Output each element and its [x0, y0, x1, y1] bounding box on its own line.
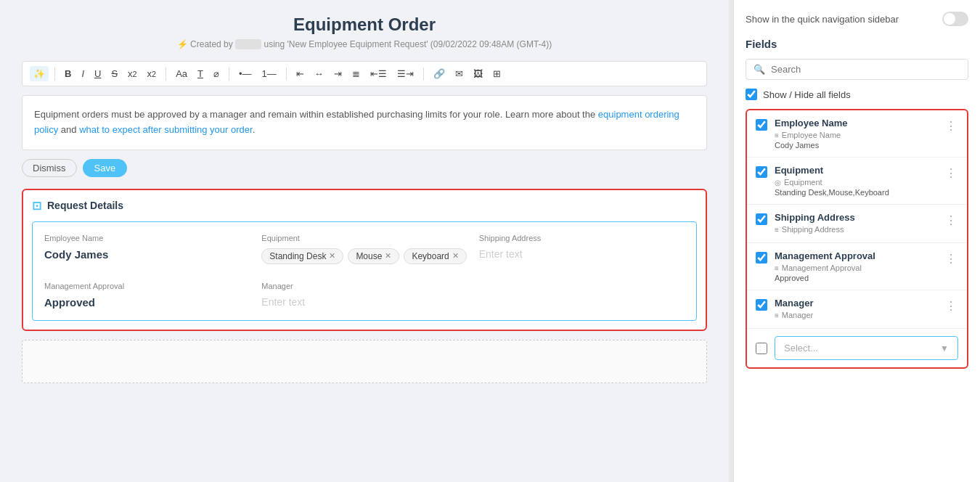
search-field: 🔍	[746, 59, 968, 80]
strikethrough-btn[interactable]: S	[107, 66, 121, 81]
field-sub-shipping-address: ≡ Shipping Address	[775, 225, 936, 234]
shipping-address-value[interactable]: Enter text	[479, 248, 685, 260]
tag-label: Standing Desk	[269, 251, 326, 261]
align-left-btn[interactable]: ⇤	[293, 66, 308, 81]
italic-btn[interactable]: I	[78, 66, 88, 81]
field-checkbox-manager[interactable]	[756, 299, 767, 311]
field-select-placeholder: Select...	[784, 343, 818, 354]
subscript-btn[interactable]: x2	[144, 66, 160, 81]
main-content: Equipment Order ⚡️ Created by using 'New…	[0, 0, 729, 482]
field-info-shipping-address: Shipping Address ≡ Shipping Address	[775, 212, 936, 235]
field-checkbox-employee-name[interactable]	[756, 119, 767, 131]
field-sub-label: Manager	[782, 311, 813, 319]
chevron-down-icon: ▼	[940, 343, 949, 354]
show-hide-row: Show / Hide all fields	[746, 89, 968, 100]
superscript-btn[interactable]: x2	[124, 66, 141, 81]
sidebar-toggle-row: Show in the quick navigation sidebar	[746, 12, 968, 26]
equipment-field: Equipment Standing Desk ✕ Mouse ✕ Keyboa…	[261, 234, 467, 264]
image-btn[interactable]: 🖼	[470, 66, 486, 81]
field-select-dropdown[interactable]: Select... ▼	[775, 336, 958, 360]
save-button[interactable]: Save	[83, 159, 128, 177]
field-menu-management-approval[interactable]: ⋮	[944, 252, 958, 266]
toolbar-separator-4	[286, 68, 287, 81]
tag-remove-icon[interactable]: ✕	[452, 251, 459, 261]
toolbar-separator-2	[166, 68, 166, 81]
field-sub-icon: ◎	[775, 179, 781, 187]
show-hide-checkbox[interactable]	[746, 89, 757, 100]
equipment-tags: Standing Desk ✕ Mouse ✕ Keyboard ✕	[261, 248, 467, 264]
field-item-shipping-address: Shipping Address ≡ Shipping Address ⋮	[747, 205, 967, 243]
field-sub-employee-name: ≡ Employee Name	[775, 131, 936, 139]
field-item-employee-name: Employee Name ≡ Employee Name Cody James…	[747, 110, 967, 158]
field-checkbox-management-approval[interactable]	[756, 252, 767, 264]
field-name-manager: Manager	[775, 298, 936, 309]
field-sub-icon: ≡	[775, 264, 779, 272]
field-menu-manager[interactable]: ⋮	[944, 299, 958, 313]
expect-after-link[interactable]: what to expect after submitting your ord…	[79, 124, 252, 135]
tag-standing-desk[interactable]: Standing Desk ✕	[261, 248, 343, 264]
search-input[interactable]	[771, 64, 960, 75]
sidebar-toggle[interactable]	[942, 12, 968, 26]
dismiss-button[interactable]: Dismiss	[22, 159, 77, 177]
field-menu-equipment[interactable]: ⋮	[944, 166, 958, 180]
align-right-btn[interactable]: ⇥	[330, 66, 346, 81]
show-hide-label: Show / Hide all fields	[763, 89, 851, 100]
field-menu-employee-name[interactable]: ⋮	[944, 119, 958, 133]
field-row-1: Employee Name Cody James Equipment Stand…	[44, 234, 685, 264]
tag-label: Keyboard	[412, 251, 449, 261]
link-btn[interactable]: 🔗	[430, 66, 449, 81]
management-approval-label: Management Approval	[44, 282, 250, 290]
search-icon: 🔍	[754, 64, 765, 75]
employee-name-value: Cody James	[44, 248, 250, 261]
field-checkbox-equipment[interactable]	[756, 166, 767, 178]
field-sub-label: Shipping Address	[782, 225, 844, 234]
field-name-management-approval: Management Approval	[775, 250, 936, 261]
editor-toolbar: ✨ B I U S x2 x2 Aa T ⌀ •— 1— ⇤ ↔ ⇥ ≣ ⇤☰ …	[22, 61, 707, 86]
tag-remove-icon[interactable]: ✕	[329, 251, 335, 261]
manager-value[interactable]: Enter text	[261, 296, 467, 308]
tag-keyboard[interactable]: Keyboard ✕	[404, 248, 466, 264]
field-name-equipment: Equipment	[775, 165, 936, 176]
page-subtitle: ⚡️ Created by using 'New Employee Equipm…	[22, 39, 707, 49]
numbered-list-btn[interactable]: 1—	[258, 66, 280, 81]
bullet-list-btn[interactable]: •—	[235, 66, 256, 81]
tag-mouse[interactable]: Mouse ✕	[348, 248, 399, 264]
bold-btn[interactable]: B	[61, 66, 75, 81]
align-justify-btn[interactable]: ≣	[348, 66, 364, 81]
field-select-checkbox[interactable]	[756, 343, 767, 354]
tag-remove-icon[interactable]: ✕	[385, 251, 391, 261]
field-item-management-approval: Management Approval ≡ Management Approva…	[747, 243, 967, 290]
font-btn[interactable]: Aa	[172, 66, 191, 81]
underline-style-btn[interactable]: T	[194, 66, 207, 81]
toggle-label: Show in the quick navigation sidebar	[746, 14, 899, 25]
magic-btn[interactable]: ✨	[30, 66, 49, 81]
shipping-address-label: Shipping Address	[479, 234, 685, 242]
action-buttons: Dismiss Save	[22, 159, 707, 177]
table-btn[interactable]: ⊞	[489, 66, 505, 81]
field-checkbox-shipping-address[interactable]	[756, 213, 767, 225]
toolbar-separator-5	[423, 68, 424, 81]
field-value-equipment: Standing Desk,Mouse,Keyboard	[775, 188, 936, 197]
section-title: Request Details	[47, 200, 123, 211]
field-name-employee-name: Employee Name	[775, 118, 936, 128]
field-row-2: Management Approval Approved Manager Ent…	[44, 282, 685, 309]
field-sub-label: Equipment	[784, 178, 822, 187]
indent-btn[interactable]: ☰⇥	[393, 66, 417, 81]
shipping-address-field: Shipping Address Enter text	[479, 234, 685, 264]
underline-btn[interactable]: U	[91, 66, 105, 81]
subtitle-text: Created by using 'New Employee Equipment…	[190, 39, 552, 49]
request-details-section: ⊡ Request Details Employee Name Cody Jam…	[22, 189, 707, 331]
field-sub-label: Employee Name	[782, 131, 841, 139]
management-approval-field: Management Approval Approved	[44, 282, 250, 309]
field-info-equipment: Equipment ◎ Equipment Standing Desk,Mous…	[775, 165, 936, 197]
field-info-employee-name: Employee Name ≡ Employee Name Cody James	[775, 118, 936, 150]
field-value-management-approval: Approved	[775, 274, 936, 282]
empty-col	[479, 282, 685, 309]
employee-name-label: Employee Name	[44, 234, 250, 242]
field-menu-shipping-address[interactable]: ⋮	[944, 213, 958, 227]
align-center-btn[interactable]: ↔	[311, 66, 327, 81]
email-btn[interactable]: ✉	[452, 66, 467, 81]
clear-format-btn[interactable]: ⌀	[210, 66, 223, 81]
toolbar-separator-3	[229, 68, 229, 81]
outdent-btn[interactable]: ⇤☰	[367, 66, 391, 81]
